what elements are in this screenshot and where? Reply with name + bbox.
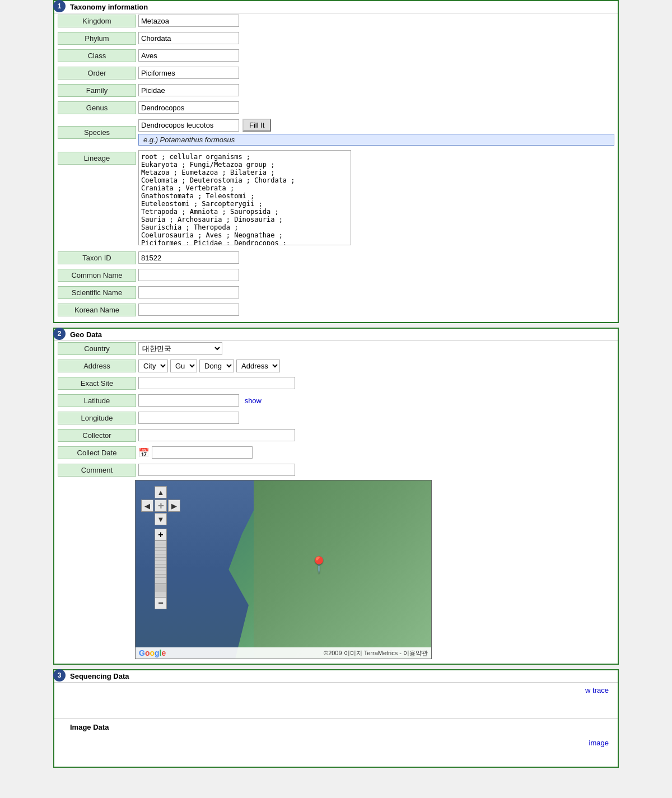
- map-nav-right-button[interactable]: ▶: [168, 500, 180, 512]
- genus-row: Genus: [54, 100, 618, 115]
- latitude-row: Latitude show: [54, 393, 618, 408]
- calendar-icon[interactable]: 📅: [138, 447, 150, 458]
- lineage-row: Lineage root ; cellular organisms ; Euka…: [54, 149, 618, 248]
- order-label: Order: [58, 67, 136, 80]
- genus-label: Genus: [58, 101, 136, 114]
- country-select[interactable]: 대한민국: [138, 342, 222, 355]
- taxon-id-input[interactable]: [138, 251, 239, 264]
- city-select[interactable]: City: [138, 360, 168, 372]
- geo-section: 2 Geo Data Country 대한민국 Address City Gu …: [53, 328, 619, 665]
- exact-site-row: Exact Site: [54, 376, 618, 391]
- common-name-label: Common Name: [58, 269, 136, 282]
- collector-value-cell: [138, 429, 614, 441]
- map-nav-up-button[interactable]: ▲: [155, 486, 167, 498]
- sequencing-section: 3 Sequencing Data w trace Image Data ima…: [53, 669, 619, 768]
- add-image-link[interactable]: image: [589, 736, 614, 747]
- korean-name-value-cell: [138, 304, 614, 316]
- scientific-name-label: Scientific Name: [58, 286, 136, 299]
- lineage-textarea[interactable]: root ; cellular organisms ; Eukaryota ; …: [138, 150, 351, 245]
- family-row: Family: [54, 83, 618, 98]
- collect-date-input[interactable]: [152, 446, 253, 459]
- longitude-value-cell: [138, 412, 614, 424]
- kingdom-input[interactable]: [138, 15, 239, 27]
- latitude-input[interactable]: [138, 394, 239, 407]
- lineage-value-cell: root ; cellular organisms ; Eukaryota ; …: [138, 150, 614, 247]
- kingdom-label: Kingdom: [58, 15, 136, 27]
- korean-name-label: Korean Name: [58, 304, 136, 316]
- family-input[interactable]: [138, 84, 239, 96]
- map-container[interactable]: ▲ ◀ ✛ ▶ ▼ +: [135, 480, 432, 659]
- taxonomy-title: Taxonomy information: [54, 1, 618, 13]
- genus-input[interactable]: [138, 101, 239, 114]
- korean-name-input[interactable]: [138, 304, 239, 316]
- map-zoom-out-button[interactable]: −: [155, 597, 167, 609]
- map-nav-left-button[interactable]: ◀: [141, 500, 153, 512]
- seq-image-divider: [54, 718, 618, 719]
- address-label: Address: [58, 360, 136, 372]
- map-zoom-in-button[interactable]: +: [155, 529, 167, 541]
- map-zoom-notch-12: [155, 578, 166, 581]
- country-row: Country 대한민국: [54, 341, 618, 356]
- exact-site-input[interactable]: [138, 377, 295, 389]
- sequencing-title: Sequencing Data: [54, 670, 618, 683]
- gu-select[interactable]: Gu: [170, 360, 197, 372]
- address-row: Address City Gu Dong Address: [54, 358, 618, 374]
- collect-date-value-cell: 📅: [138, 446, 614, 459]
- map-nav-down-button[interactable]: ▼: [155, 513, 167, 525]
- kingdom-row: Kingdom: [54, 13, 618, 29]
- address-detail-select[interactable]: Address: [236, 360, 280, 372]
- fill-it-button[interactable]: Fill It: [242, 119, 271, 132]
- collector-input[interactable]: [138, 429, 295, 441]
- family-label: Family: [58, 84, 136, 97]
- map-nav-lr-row: ◀ ✛ ▶: [141, 500, 180, 512]
- show-map-link[interactable]: show: [245, 396, 262, 405]
- collect-date-row: Collect Date 📅: [54, 445, 618, 460]
- species-input[interactable]: [138, 119, 239, 132]
- comment-label: Comment: [58, 464, 136, 477]
- class-value-cell: [138, 49, 614, 62]
- sequencing-row: w trace: [135, 686, 614, 694]
- map-zoom-slider: + −: [155, 529, 167, 609]
- comment-row: Comment: [54, 463, 618, 478]
- map-footer: Google ©2009 이미지 TerraMetrics - 이용약관: [136, 647, 431, 659]
- phylum-input[interactable]: [138, 32, 239, 44]
- exact-site-value-cell: [138, 377, 614, 389]
- scientific-name-row: Scientific Name: [54, 285, 618, 300]
- class-input[interactable]: [138, 49, 239, 62]
- species-label: Species: [58, 126, 136, 139]
- collector-label: Collector: [58, 429, 136, 442]
- class-row: Class: [54, 48, 618, 63]
- dong-select[interactable]: Dong: [199, 360, 234, 372]
- scientific-name-value-cell: [138, 286, 614, 298]
- genus-value-cell: [138, 101, 614, 114]
- taxon-id-value-cell: [138, 251, 614, 264]
- collector-row: Collector: [54, 428, 618, 443]
- image-data-title: Image Data: [54, 721, 618, 733]
- latitude-label: Latitude: [58, 394, 136, 407]
- map-location-marker: 📍: [309, 556, 329, 574]
- order-value-cell: [138, 67, 614, 79]
- common-name-input[interactable]: [138, 269, 239, 281]
- country-label: Country: [58, 342, 136, 355]
- image-data-content: image: [54, 733, 618, 767]
- family-value-cell: [138, 84, 614, 96]
- map-copyright: ©2009 이미지 TerraMetrics - 이용약관: [324, 649, 428, 657]
- country-value-cell: 대한민국: [138, 342, 614, 355]
- order-input[interactable]: [138, 67, 239, 79]
- phylum-label: Phylum: [58, 32, 136, 45]
- taxon-id-label: Taxon ID: [58, 251, 136, 264]
- sequencing-content: w trace: [54, 683, 618, 716]
- comment-input[interactable]: [138, 464, 295, 476]
- address-value-cell: City Gu Dong Address: [138, 360, 614, 372]
- map-zoom-handle[interactable]: [155, 584, 167, 591]
- add-trace-link[interactable]: w trace: [585, 686, 614, 694]
- map-nav-center-button[interactable]: ✛: [155, 500, 167, 512]
- comment-value-cell: [138, 464, 614, 476]
- taxon-id-row: Taxon ID: [54, 250, 618, 265]
- taxonomy-section: 1 Taxonomy information Kingdom Phylum Cl…: [53, 0, 619, 323]
- species-value-cell: Fill It e.g.) Potamanthus formosus: [138, 119, 614, 146]
- map-land: [254, 480, 431, 659]
- longitude-input[interactable]: [138, 412, 239, 424]
- section3-number: 3: [53, 669, 66, 682]
- scientific-name-input[interactable]: [138, 286, 239, 298]
